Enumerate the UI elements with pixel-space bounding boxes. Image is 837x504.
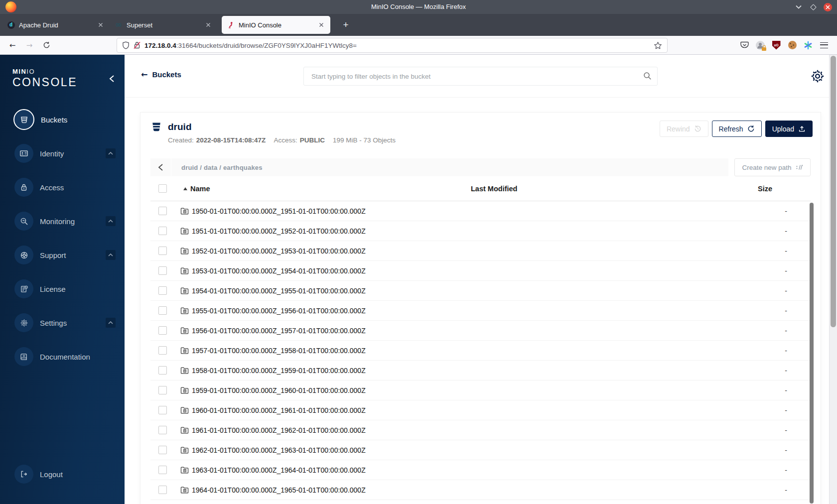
sidebar-collapse-icon[interactable] <box>109 75 115 83</box>
object-name[interactable]: 1955-01-01T00:00:00.000Z_1956-01-01T00:0… <box>192 307 366 315</box>
profile-lock-icon[interactable] <box>754 39 766 51</box>
column-name[interactable]: Name <box>190 185 210 193</box>
row-checkbox[interactable] <box>158 466 167 474</box>
table-row[interactable]: 1964-01-01T00:00:00.000Z_1965-01-01T00:0… <box>150 480 811 500</box>
row-checkbox[interactable] <box>158 426 167 434</box>
tab-apache-druid[interactable]: d Apache Druid <box>2 14 110 36</box>
column-size[interactable]: Size <box>680 185 811 193</box>
object-name[interactable]: 1961-01-01T00:00:00.000Z_1962-01-01T00:0… <box>192 426 366 434</box>
url-bar[interactable]: 172.18.0.4:31664/buckets/druid/browse/ZG… <box>117 38 668 53</box>
refresh-button[interactable]: Refresh <box>712 121 762 137</box>
tab-close-icon[interactable] <box>97 21 105 29</box>
row-checkbox[interactable] <box>158 386 167 394</box>
upload-button[interactable]: Upload <box>765 121 813 137</box>
sidebar-item-license[interactable]: License <box>0 272 125 306</box>
table-row[interactable]: 1954-01-01T00:00:00.000Z_1955-01-01T00:0… <box>150 281 811 301</box>
row-checkbox[interactable] <box>158 446 167 454</box>
minimize-icon[interactable] <box>795 3 803 11</box>
breadcrumb[interactable]: druid / data / earthquakes <box>171 164 263 171</box>
rewind-button[interactable]: Rewind <box>660 121 708 137</box>
new-tab-button[interactable]: + <box>339 18 353 32</box>
table-row[interactable]: 1951-01-01T00:00:00.000Z_1952-01-01T00:0… <box>150 221 811 241</box>
object-name[interactable]: 1959-01-01T00:00:00.000Z_1960-01-01T00:0… <box>192 386 366 394</box>
object-name[interactable]: 1956-01-01T00:00:00.000Z_1957-01-01T00:0… <box>192 327 366 335</box>
table-scrollbar[interactable] <box>810 203 814 504</box>
table-row[interactable]: 1950-01-01T00:00:00.000Z_1951-01-01T00:0… <box>150 201 811 221</box>
object-name[interactable]: 1951-01-01T00:00:00.000Z_1952-01-01T00:0… <box>192 227 366 235</box>
sidebar-item-monitoring[interactable]: Monitoring <box>0 204 125 238</box>
tab-superset[interactable]: ∞ Superset <box>110 14 217 36</box>
back-to-buckets-button[interactable]: ← Buckets <box>141 70 181 79</box>
page-scrollbar[interactable] <box>829 55 837 504</box>
forward-icon[interactable]: → <box>22 38 37 52</box>
select-all-checkbox[interactable] <box>158 184 167 193</box>
row-checkbox[interactable] <box>158 406 167 414</box>
sidebar-item-identity[interactable]: Identity <box>0 136 125 170</box>
create-new-path-button[interactable]: Create new path <box>734 158 811 176</box>
sidebar-item-support[interactable]: Support <box>0 238 125 272</box>
page-scrollbar-thumb[interactable] <box>831 56 836 327</box>
settings-gear-icon[interactable] <box>810 69 825 84</box>
filter-objects-input[interactable] <box>303 67 658 86</box>
tracking-shield-icon[interactable] <box>122 41 130 49</box>
pocket-icon[interactable] <box>738 39 750 51</box>
reload-icon[interactable] <box>39 38 54 52</box>
row-checkbox[interactable] <box>158 326 167 335</box>
insecure-lock-icon[interactable] <box>134 41 140 49</box>
path-back-button[interactable] <box>150 158 171 176</box>
table-row[interactable]: 1959-01-01T00:00:00.000Z_1960-01-01T00:0… <box>150 380 811 400</box>
chevron-up-icon[interactable] <box>106 216 116 226</box>
url-text[interactable]: 172.18.0.4:31664/buckets/druid/browse/ZG… <box>144 42 650 49</box>
logout-button[interactable]: Logout <box>0 457 125 491</box>
object-name[interactable]: 1958-01-01T00:00:00.000Z_1959-01-01T00:0… <box>192 367 366 375</box>
object-name[interactable]: 1964-01-01T00:00:00.000Z_1965-01-01T00:0… <box>192 486 366 494</box>
object-name[interactable]: 1953-01-01T00:00:00.000Z_1954-01-01T00:0… <box>192 267 366 275</box>
sidebar-item-documentation[interactable]: Documentation <box>0 340 125 374</box>
row-checkbox[interactable] <box>158 227 167 235</box>
table-row[interactable]: 1963-01-01T00:00:00.000Z_1964-01-01T00:0… <box>150 460 811 480</box>
object-name[interactable]: 1950-01-01T00:00:00.000Z_1951-01-01T00:0… <box>192 207 366 215</box>
table-row[interactable]: 1952-01-01T00:00:00.000Z_1953-01-01T00:0… <box>150 241 811 261</box>
row-checkbox[interactable] <box>158 486 167 494</box>
object-name[interactable]: 1962-01-01T00:00:00.000Z_1963-01-01T00:0… <box>192 446 366 454</box>
object-name[interactable]: 1963-01-01T00:00:00.000Z_1964-01-01T00:0… <box>192 466 366 474</box>
object-name[interactable]: 1960-01-01T00:00:00.000Z_1961-01-01T00:0… <box>192 406 366 414</box>
table-row[interactable]: 1962-01-01T00:00:00.000Z_1963-01-01T00:0… <box>150 440 811 460</box>
close-icon[interactable] <box>824 3 832 11</box>
menu-icon[interactable] <box>818 39 830 51</box>
row-checkbox[interactable] <box>158 266 167 275</box>
cookie-extension-icon[interactable] <box>786 39 798 51</box>
object-name[interactable]: 1954-01-01T00:00:00.000Z_1955-01-01T00:0… <box>192 287 366 295</box>
row-checkbox[interactable] <box>158 286 167 295</box>
column-last-modified[interactable]: Last Modified <box>471 185 680 193</box>
sidebar-item-settings[interactable]: Settings <box>0 306 125 340</box>
consent-extension-icon[interactable] <box>802 39 814 51</box>
sort-ascending-icon[interactable] <box>183 187 187 190</box>
table-row[interactable]: 1958-01-01T00:00:00.000Z_1959-01-01T00:0… <box>150 361 811 380</box>
table-row[interactable]: 1961-01-01T00:00:00.000Z_1962-01-01T00:0… <box>150 420 811 440</box>
chevron-up-icon[interactable] <box>106 250 116 260</box>
chevron-up-icon[interactable] <box>106 148 116 158</box>
row-checkbox[interactable] <box>158 207 167 215</box>
tab-close-icon[interactable] <box>204 21 212 29</box>
row-checkbox[interactable] <box>158 306 167 315</box>
row-checkbox[interactable] <box>158 247 167 255</box>
table-row[interactable]: 1960-01-01T00:00:00.000Z_1961-01-01T00:0… <box>150 400 811 420</box>
bookmark-star-icon[interactable] <box>654 41 662 50</box>
tab-close-icon[interactable] <box>317 21 325 29</box>
row-checkbox[interactable] <box>158 346 167 355</box>
object-name[interactable]: 1957-01-01T00:00:00.000Z_1958-01-01T00:0… <box>192 347 366 355</box>
row-checkbox[interactable] <box>158 366 167 375</box>
sidebar-item-buckets[interactable]: Buckets <box>0 103 125 136</box>
table-row[interactable]: 1956-01-01T00:00:00.000Z_1957-01-01T00:0… <box>150 321 811 341</box>
table-row[interactable]: 1957-01-01T00:00:00.000Z_1958-01-01T00:0… <box>150 341 811 361</box>
tab-minio-console[interactable]: MinIO Console <box>222 16 330 34</box>
chevron-up-icon[interactable] <box>106 318 116 328</box>
sidebar-item-access[interactable]: Access <box>0 170 125 204</box>
object-name[interactable]: 1952-01-01T00:00:00.000Z_1953-01-01T00:0… <box>192 247 366 255</box>
ublock-origin-icon[interactable]: uO <box>770 39 782 51</box>
table-row[interactable]: 1955-01-01T00:00:00.000Z_1956-01-01T00:0… <box>150 301 811 321</box>
table-row[interactable]: 1953-01-01T00:00:00.000Z_1954-01-01T00:0… <box>150 261 811 281</box>
back-icon[interactable]: ← <box>5 38 20 52</box>
maximize-icon[interactable] <box>809 3 817 11</box>
